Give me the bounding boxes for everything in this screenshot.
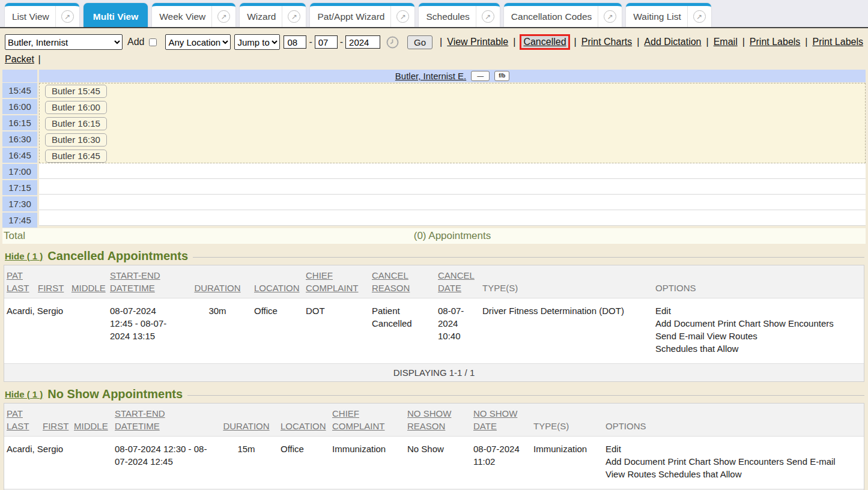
col-cancel-date[interactable]: CANCEL DATE: [436, 265, 480, 298]
open-new-window-icon[interactable]: [288, 10, 300, 23]
open-slot-button[interactable]: Butler 16:00: [45, 101, 107, 114]
noshow-appointment-row: Acardi, Sergio 08-07-2024 12:30 - 08-07-…: [4, 437, 864, 489]
tab-pat-appt-wizard[interactable]: Pat/Appt Wizard: [310, 3, 414, 27]
col-location[interactable]: LOCATION: [278, 404, 330, 437]
tab-waiting-list[interactable]: Waiting List: [626, 3, 711, 27]
edit-link[interactable]: Edit: [605, 443, 861, 455]
time-slot-label: 17:45: [2, 213, 37, 228]
options-links[interactable]: Send E-mail View Routes: [655, 330, 861, 342]
table-header-row: PAT LAST FIRST MIDDLE START-END DATETIME…: [4, 404, 864, 437]
tab-cancellation-codes[interactable]: Cancellation Codes: [504, 3, 622, 27]
date-year-input[interactable]: [345, 35, 380, 49]
hide-noshow-link[interactable]: Hide ( 1 ): [5, 389, 43, 399]
cancelled-link[interactable]: Cancelled: [523, 37, 566, 47]
time-slot-label: 16:45: [2, 148, 37, 163]
col-types: TYPE(S): [480, 265, 653, 298]
col-duration[interactable]: DURATION: [214, 404, 278, 437]
print-charts-link[interactable]: Print Charts: [581, 37, 632, 47]
options-links[interactable]: View Routes Schedules that Allow: [605, 468, 861, 480]
time-slot-label: 16:30: [2, 132, 37, 147]
patient-name: Acardi, Sergio: [4, 298, 108, 364]
open-slot-button[interactable]: Butler 16:15: [45, 117, 107, 130]
col-cancel-reason[interactable]: CANCEL REASON: [369, 265, 436, 298]
go-button[interactable]: Go: [407, 35, 432, 49]
open-new-window-icon[interactable]: [604, 10, 616, 23]
date-month-input[interactable]: [284, 35, 306, 49]
col-pat-last[interactable]: PAT LAST: [4, 404, 40, 437]
edit-link[interactable]: Edit: [655, 304, 861, 317]
col-duration[interactable]: DURATION: [183, 265, 252, 298]
open-new-window-icon[interactable]: [693, 10, 706, 23]
appointments-total: (0) Appointments: [39, 230, 866, 242]
cancelled-section-title: Cancelled Appointments: [47, 249, 188, 263]
col-first[interactable]: FIRST: [35, 265, 69, 298]
date-separator: -: [309, 37, 312, 47]
noshow-reason: No Show: [405, 437, 471, 489]
options-links[interactable]: Add Document Print Chart Show Encounters…: [605, 455, 861, 468]
open-new-window-icon[interactable]: [396, 10, 409, 23]
open-slot-button[interactable]: Butler 15:45: [45, 85, 107, 98]
hide-cancelled-link[interactable]: Hide ( 1 ): [5, 251, 43, 261]
open-new-window-icon[interactable]: [217, 10, 230, 23]
col-chief-complaint[interactable]: CHIEF COMPLAINT: [330, 404, 405, 437]
location-select[interactable]: Any Location: [165, 34, 231, 50]
time-slot-label: 15:45: [2, 83, 37, 98]
time-slot-label: 16:15: [2, 115, 37, 130]
col-location[interactable]: LOCATION: [252, 265, 303, 298]
email-link[interactable]: Email: [714, 37, 738, 47]
print-labels-link[interactable]: Print Labels: [750, 37, 801, 47]
noshow-date: 08-07-2024 11:02: [471, 437, 531, 489]
appointment-types: Driver Fitness Determination (DOT): [480, 298, 653, 364]
cancelled-appointments-table: PAT LAST FIRST MIDDLE START-END DATETIME…: [4, 265, 864, 381]
col-first[interactable]: FIRST: [40, 404, 71, 437]
open-slot-button[interactable]: Butler 16:45: [45, 150, 107, 163]
col-start-end[interactable]: START-END DATETIME: [108, 265, 183, 298]
minimize-column-button[interactable]: —: [471, 71, 490, 81]
table-header-row: PAT LAST FIRST MIDDLE START-END DATETIME…: [4, 265, 864, 298]
tab-week-view[interactable]: Week View: [152, 3, 235, 27]
col-middle[interactable]: MIDDLE: [69, 265, 108, 298]
print-labels-packet-link[interactable]: Print Labels: [813, 37, 864, 47]
tab-schedules[interactable]: Schedules: [419, 3, 499, 27]
add-dictation-link[interactable]: Add Dictation: [644, 37, 701, 47]
patient-name: Acardi, Sergio: [4, 437, 112, 489]
col-chief-complaint[interactable]: CHIEF COMPLAINT: [303, 265, 369, 298]
print-labels-packet-link-wrapped[interactable]: Packet: [5, 54, 34, 64]
start-end-datetime: 08-07-2024 12:30 - 08-07-2024 12:45: [112, 437, 214, 489]
add-label: Add: [127, 37, 144, 47]
col-noshow-reason[interactable]: NO SHOW REASON: [405, 404, 471, 437]
provider-select[interactable]: Butler, Internist: [5, 34, 123, 50]
col-middle[interactable]: MIDDLE: [71, 404, 112, 437]
start-end-datetime: 08-07-2024 12:45 - 08-07-2024 13:15: [108, 298, 183, 364]
options-links[interactable]: Add Document Print Chart Show Encounters: [655, 317, 861, 330]
empty-schedule-row: [39, 179, 866, 195]
date-day-input[interactable]: [315, 35, 338, 49]
forward-back-button[interactable]: f/b: [494, 71, 509, 81]
tab-list-view[interactable]: List View: [5, 3, 79, 27]
options-links[interactable]: Schedules that Allow: [655, 342, 861, 355]
jump-to-select[interactable]: Jump to: [234, 34, 280, 50]
open-new-window-icon[interactable]: [482, 10, 494, 23]
open-slot-button[interactable]: Butler 16:30: [45, 133, 107, 147]
clock-icon[interactable]: [386, 36, 399, 49]
col-pat-last[interactable]: PAT LAST: [4, 265, 35, 298]
open-new-window-icon[interactable]: [61, 10, 74, 23]
tab-multi-view[interactable]: Multi View: [83, 3, 148, 27]
provider-header-link[interactable]: Butler, Internist E.: [395, 71, 466, 81]
time-slot-label: 16:00: [2, 99, 37, 114]
displaying-count: DISPLAYING 1-1 / 1: [4, 364, 864, 382]
appointment-types: Immunization: [531, 437, 603, 489]
noshow-appointments-section: Hide ( 1 ) No Show Appointments PAT LAST…: [4, 387, 864, 490]
toolbar: Butler, Internist Add Any Location Jump …: [0, 28, 868, 66]
view-printable-link[interactable]: View Printable: [447, 37, 508, 47]
add-checkbox[interactable]: [149, 38, 157, 47]
cancelled-link-highlight: Cancelled: [521, 36, 568, 48]
col-start-end[interactable]: START-END DATETIME: [112, 404, 214, 437]
provider-schedule-column: Butler 15:45 Butler 16:00 Butler 16:15 B…: [39, 83, 866, 228]
date-separator: -: [340, 37, 343, 47]
col-noshow-date[interactable]: NO SHOW DATE: [471, 404, 531, 437]
tab-wizard[interactable]: Wizard: [240, 3, 306, 27]
provider-available-zone: Butler 15:45 Butler 16:00 Butler 16:15 B…: [39, 83, 866, 163]
cancel-date: 08-07-2024 10:40: [436, 298, 480, 364]
noshow-section-title: No Show Appointments: [47, 387, 183, 401]
